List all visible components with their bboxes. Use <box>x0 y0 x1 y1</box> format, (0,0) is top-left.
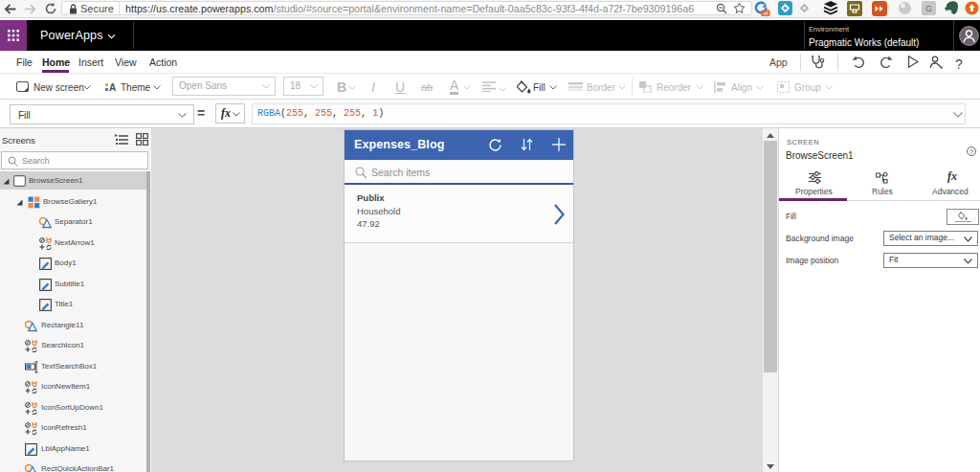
svg-text:off: off <box>763 11 768 16</box>
svg-text:G: G <box>925 4 932 13</box>
svg-text:A: A <box>109 82 116 93</box>
